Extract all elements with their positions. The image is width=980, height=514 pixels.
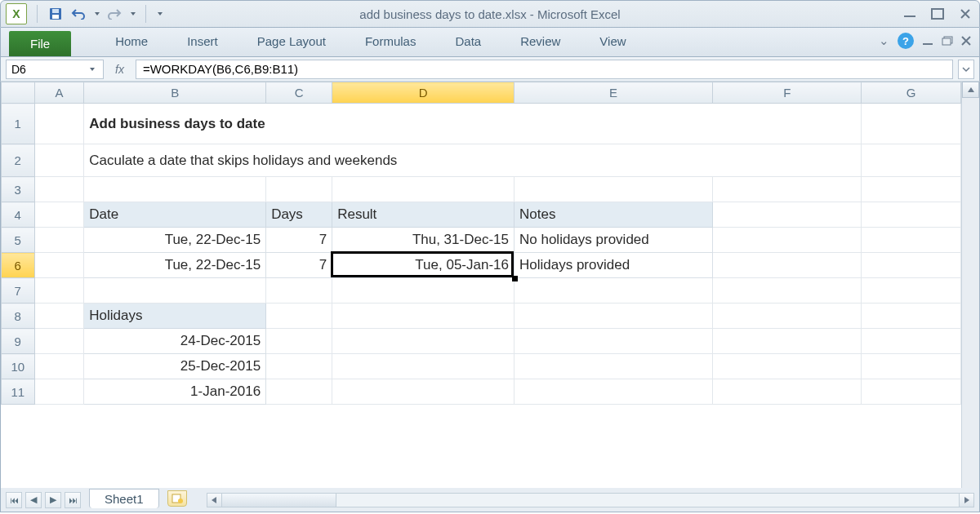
cell[interactable] [713,228,862,253]
cell[interactable] [34,228,84,253]
cell[interactable]: Notes [514,202,713,228]
column-header[interactable]: E [514,82,713,104]
cell[interactable] [332,354,514,379]
row-header[interactable]: 10 [2,354,35,379]
tab-insert[interactable]: Insert [167,28,238,56]
formula-input[interactable]: =WORKDAY(B6,C6,B9:B11) [136,60,953,79]
cell[interactable]: Tue, 22-Dec-15 [84,228,266,253]
tab-formulas[interactable]: Formulas [345,28,436,56]
cell[interactable] [862,354,961,379]
scroll-track[interactable] [336,494,959,507]
cell[interactable]: 24-Dec-2015 [84,329,266,354]
tab-view[interactable]: View [580,28,645,56]
doc-minimize-button[interactable] [922,34,933,48]
scroll-thumb[interactable] [222,494,336,507]
cell[interactable] [34,379,84,405]
vertical-scrollbar[interactable] [961,82,979,488]
sheet-tab[interactable]: Sheet1 [89,489,159,508]
cell[interactable] [34,278,84,304]
cell[interactable]: Result [332,202,514,228]
doc-restore-button[interactable] [942,34,953,48]
cell[interactable] [332,177,514,202]
cell[interactable] [514,329,713,354]
scroll-up-icon[interactable] [962,82,979,98]
redo-icon[interactable] [106,6,122,22]
cell[interactable]: Thu, 31-Dec-15 [332,228,514,253]
cell[interactable] [34,202,84,228]
name-box[interactable]: D6 [6,60,104,79]
cell[interactable]: 25-Dec-2015 [84,354,266,379]
column-header[interactable]: A [34,82,84,104]
tab-review[interactable]: Review [501,28,580,56]
cell[interactable] [862,202,961,228]
cell[interactable]: Holidays [84,304,266,329]
cell[interactable] [332,278,514,304]
tab-page-layout[interactable]: Page Layout [238,28,345,56]
row-header[interactable]: 3 [2,177,35,202]
cell[interactable] [713,354,862,379]
cell[interactable] [34,253,84,278]
column-header[interactable]: D [332,82,514,104]
row-header[interactable]: 6 [2,253,35,278]
cell[interactable]: 1-Jan-2016 [84,379,266,405]
cell[interactable] [713,329,862,354]
cell[interactable] [862,304,961,329]
cell[interactable] [84,278,266,304]
cell[interactable] [862,228,961,253]
column-header[interactable]: F [713,82,862,104]
scroll-right-icon[interactable] [959,494,973,507]
close-button[interactable] [956,7,974,21]
cell[interactable] [862,379,961,405]
cell[interactable] [84,177,266,202]
select-all-corner[interactable] [2,82,35,104]
scroll-track[interactable] [962,98,979,488]
row-header[interactable]: 2 [2,144,35,177]
cell[interactable] [332,379,514,405]
cell[interactable] [862,329,961,354]
name-box-dropdown-icon[interactable] [85,63,98,76]
row-header[interactable]: 5 [2,228,35,253]
horizontal-scrollbar[interactable] [207,493,974,507]
column-header[interactable]: G [862,82,961,104]
cell[interactable] [713,202,862,228]
cell[interactable] [34,177,84,202]
cell[interactable] [266,304,332,329]
cell[interactable] [862,177,961,202]
cell[interactable] [332,304,514,329]
cell[interactable] [713,253,862,278]
tab-home[interactable]: Home [96,28,167,56]
tab-data[interactable]: Data [435,28,501,56]
worksheet[interactable]: ABCDEFG1Add business days to date2Cacula… [1,82,961,488]
undo-dropdown-icon[interactable] [95,12,100,16]
cell[interactable] [514,278,713,304]
cell[interactable] [713,304,862,329]
row-header[interactable]: 1 [2,104,35,144]
cell[interactable] [514,379,713,405]
column-header[interactable]: C [266,82,332,104]
maximize-button[interactable] [929,7,947,21]
cell[interactable] [34,329,84,354]
cell[interactable]: Date [84,202,266,228]
cell[interactable] [713,379,862,405]
cell[interactable] [34,354,84,379]
sheet-nav-first-icon[interactable]: ⏮ [6,492,22,508]
cell[interactable] [266,379,332,405]
row-header[interactable]: 9 [2,329,35,354]
cell[interactable]: Days [266,202,332,228]
cell[interactable] [34,304,84,329]
cell[interactable] [514,304,713,329]
column-header[interactable]: B [84,82,266,104]
undo-icon[interactable] [70,6,87,22]
ribbon-minimize-icon[interactable]: ⌄ [879,33,889,48]
doc-close-button[interactable] [961,34,971,48]
minimize-button[interactable] [901,7,919,21]
fx-icon[interactable]: fx [109,63,131,76]
sheet-nav-next-icon[interactable]: ▶ [45,492,61,508]
qat-customize-icon[interactable] [158,12,163,16]
row-header[interactable]: 11 [2,379,35,405]
cell[interactable]: No holidays provided [514,228,713,253]
new-sheet-icon[interactable] [167,490,187,507]
sheet-nav-prev-icon[interactable]: ◀ [25,492,42,508]
cell[interactable] [862,253,961,278]
cell[interactable]: Caculate a date that skips holidays and … [84,144,862,177]
